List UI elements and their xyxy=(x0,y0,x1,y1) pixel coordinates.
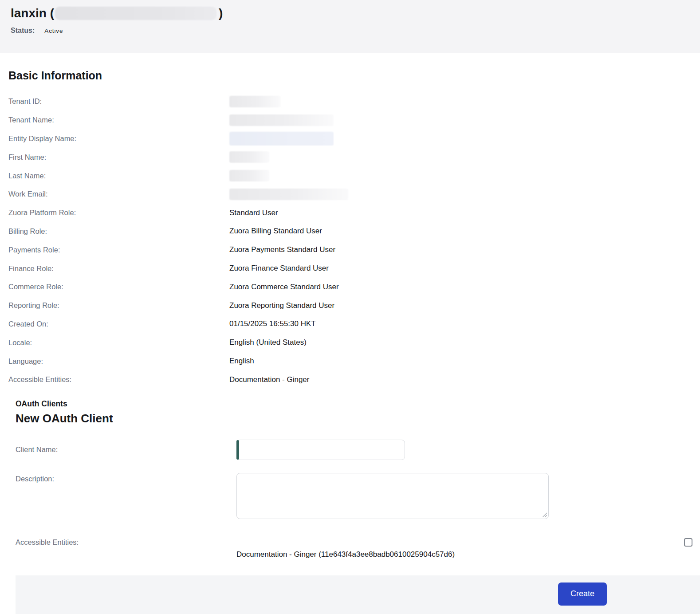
user-detail-page: lanxin ( ) Status: Active Basic Informat… xyxy=(0,0,700,614)
basic-information-list: Tenant ID: Tenant Name: Entity Display N… xyxy=(0,92,700,389)
info-value: Zuora Commerce Standard User xyxy=(229,283,339,291)
client-name-input-wrap xyxy=(236,440,405,460)
description-textarea[interactable] xyxy=(236,473,549,519)
info-row-finance-role: Finance Role: Zuora Finance Standard Use… xyxy=(0,259,700,278)
info-label: Work Email: xyxy=(8,190,229,198)
info-value: English xyxy=(229,357,254,366)
accessible-entities-checkbox[interactable] xyxy=(684,538,692,547)
page-header: lanxin ( ) Status: Active xyxy=(0,0,700,53)
info-value: Zuora Payments Standard User xyxy=(229,245,335,254)
redacted-value xyxy=(229,151,269,163)
page-title-prefix: lanxin ( xyxy=(11,6,54,20)
description-textarea-wrap xyxy=(236,473,549,519)
info-row-zuora-platform-role: Zuora Platform Role: Standard User xyxy=(0,204,700,222)
redacted-value xyxy=(229,189,348,200)
info-value: Zuora Reporting Standard User xyxy=(229,301,334,310)
section-title-basic-information: Basic Information xyxy=(8,68,700,83)
redacted-value xyxy=(229,114,334,126)
info-label: Entity Display Name: xyxy=(8,134,229,143)
oauth-clients-label: OAuth Clients xyxy=(16,398,700,409)
client-name-input[interactable] xyxy=(236,440,405,460)
form-footer: Create xyxy=(16,575,700,614)
new-oauth-client-section: OAuth Clients New OAuth Client Client Na… xyxy=(16,398,700,559)
info-label: Language: xyxy=(8,357,229,366)
accessible-entities-row: Accessible Entities: xyxy=(16,537,700,548)
info-label: Last Name: xyxy=(8,172,229,180)
status-badge: Active xyxy=(44,28,63,34)
info-row-reporting-role: Reporting Role: Zuora Reporting Standard… xyxy=(0,296,700,315)
info-row-commerce-role: Commerce Role: Zuora Commerce Standard U… xyxy=(0,278,700,296)
redacted-value xyxy=(229,132,334,146)
info-label: Accessible Entities: xyxy=(8,375,229,384)
new-oauth-client-title: New OAuth Client xyxy=(16,410,700,426)
entity-option: Documentation - Ginger (11e643f4a3ee8bad… xyxy=(236,550,700,559)
create-button[interactable]: Create xyxy=(558,583,607,606)
status-label: Status: xyxy=(11,27,35,35)
input-focus-caret xyxy=(236,440,239,460)
redacted-value xyxy=(229,170,269,181)
status-row: Status: Active xyxy=(11,27,689,35)
info-value: Zuora Billing Standard User xyxy=(229,227,322,236)
info-label: Tenant Name: xyxy=(8,116,229,124)
info-label: Billing Role: xyxy=(8,227,229,236)
redacted-user-id xyxy=(55,7,216,20)
info-row-entity-display-name: Entity Display Name: xyxy=(0,130,700,148)
info-label: Tenant ID: xyxy=(8,97,229,106)
info-label: Locale: xyxy=(8,338,229,347)
info-row-billing-role: Billing Role: Zuora Billing Standard Use… xyxy=(0,222,700,241)
info-value: 01/15/2025 16:55:30 HKT xyxy=(229,319,316,328)
client-name-label: Client Name: xyxy=(16,445,236,454)
info-value: Standard User xyxy=(229,209,278,217)
info-row-locale: Locale: English (United States) xyxy=(0,333,700,352)
info-label: Reporting Role: xyxy=(8,301,229,310)
info-value: Zuora Finance Standard User xyxy=(229,264,329,273)
info-label: Zuora Platform Role: xyxy=(8,209,229,217)
info-label: Commerce Role: xyxy=(8,283,229,291)
page-title: lanxin ( ) xyxy=(11,4,689,23)
client-name-row: Client Name: xyxy=(16,440,700,460)
info-label: Created On: xyxy=(8,320,229,328)
info-row-payments-role: Payments Role: Zuora Payments Standard U… xyxy=(0,240,700,259)
info-label: Payments Role: xyxy=(8,246,229,254)
page-title-suffix: ) xyxy=(219,6,223,20)
info-row-tenant-id: Tenant ID: xyxy=(0,92,700,111)
info-label: Finance Role: xyxy=(8,264,229,273)
description-label: Description: xyxy=(16,473,236,483)
info-row-first-name: First Name: xyxy=(0,148,700,166)
accessible-entities-label: Accessible Entities: xyxy=(16,538,236,547)
info-row-last-name: Last Name: xyxy=(0,166,700,185)
info-label: First Name: xyxy=(8,153,229,161)
info-row-language: Language: English xyxy=(0,352,700,370)
info-value: Documentation - Ginger xyxy=(229,375,309,384)
info-value: English (United States) xyxy=(229,338,307,347)
redacted-value xyxy=(229,96,281,107)
info-row-created-on: Created On: 01/15/2025 16:55:30 HKT xyxy=(0,315,700,334)
info-row-accessible-entities: Accessible Entities: Documentation - Gin… xyxy=(0,370,700,389)
info-row-work-email: Work Email: xyxy=(0,185,700,204)
description-row: Description: xyxy=(16,473,700,519)
info-row-tenant-name: Tenant Name: xyxy=(0,111,700,130)
